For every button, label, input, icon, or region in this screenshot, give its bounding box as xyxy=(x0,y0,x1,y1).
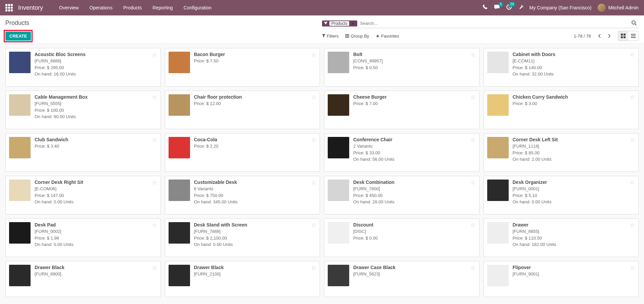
favorite-star-icon[interactable]: ☆ xyxy=(152,51,157,58)
product-body: Discount[DISC]Price: $ 0.00 xyxy=(353,222,476,253)
breadcrumb: Products xyxy=(5,19,29,27)
groupby-button[interactable]: Group By xyxy=(345,34,369,39)
product-card[interactable]: Corner Desk Left Sit[FURN_1118]Price: $ … xyxy=(484,133,639,172)
favorite-star-icon[interactable]: ☆ xyxy=(630,179,635,186)
company-selector[interactable]: My Company (San Francisco) xyxy=(530,5,592,10)
favorite-star-icon[interactable]: ☆ xyxy=(470,264,476,271)
favorites-button[interactable]: ★ Favorites xyxy=(376,34,399,39)
product-name: Desk Combination xyxy=(353,180,476,185)
product-image xyxy=(328,137,349,158)
product-card[interactable]: Discount[DISC]Price: $ 0.00 ☆ xyxy=(324,218,479,257)
favorite-star-icon[interactable]: ☆ xyxy=(470,51,476,58)
favorite-star-icon[interactable]: ☆ xyxy=(470,179,476,186)
favorite-star-icon[interactable]: ☆ xyxy=(630,136,635,144)
search-input[interactable] xyxy=(357,19,629,27)
favorite-star-icon[interactable]: ☆ xyxy=(152,179,157,186)
product-card[interactable]: Desk Pad[FURN_0002]Price: $ 1.98On hand:… xyxy=(5,218,161,257)
search-box[interactable]: Products ✕ xyxy=(322,19,639,28)
favorite-star-icon[interactable]: ☆ xyxy=(311,264,316,271)
search-facet-close-icon[interactable]: ✕ xyxy=(351,21,355,26)
product-card[interactable]: Chicken Curry SandwichPrice: $ 3.00 ☆ xyxy=(484,91,639,129)
user-menu[interactable]: Mitchell Admin xyxy=(598,4,639,12)
product-card[interactable]: Desk Stand with Screen[FURN_7888]Price: … xyxy=(165,218,320,257)
pager-counter[interactable]: 1-78 / 78 xyxy=(574,34,591,39)
product-card[interactable]: Desk Organizer[FURN_0001]Price: $ 5.10On… xyxy=(484,176,639,214)
product-card[interactable]: Customizable Desk6 VariantsPrice: $ 750.… xyxy=(165,176,320,214)
apps-icon[interactable] xyxy=(5,4,13,11)
favorite-star-icon[interactable]: ☆ xyxy=(311,51,316,58)
nav-overview[interactable]: Overview xyxy=(54,0,84,15)
favorite-star-icon[interactable]: ☆ xyxy=(630,94,635,101)
product-body: Conference Chair2 VariantsPrice: $ 33.00… xyxy=(353,137,476,168)
product-card[interactable]: Acoustic Bloc Screens[FURN_6666]Price: $… xyxy=(5,48,161,87)
product-body: Chair floor protectionPrice: $ 12.00 xyxy=(194,94,317,125)
product-card[interactable]: Chair floor protectionPrice: $ 12.00 ☆ xyxy=(165,91,320,129)
product-card[interactable]: Conference Chair2 VariantsPrice: $ 33.00… xyxy=(324,133,479,172)
product-body: Drawer Case Black[FURN_5623] xyxy=(353,265,476,293)
product-name: Drawer Black xyxy=(194,265,317,270)
messages-icon[interactable]: 5 xyxy=(494,4,500,11)
search-icon[interactable] xyxy=(629,20,639,27)
favorite-star-icon[interactable]: ☆ xyxy=(311,136,316,144)
favorite-star-icon[interactable]: ☆ xyxy=(311,94,316,101)
search-facet[interactable]: Products ✕ xyxy=(322,20,357,27)
list-view-icon[interactable] xyxy=(628,31,638,41)
product-card[interactable]: Cabinet with Doors[E-COM11]Price: $ 140.… xyxy=(484,48,639,87)
create-button[interactable]: Create xyxy=(5,32,31,41)
filters-button[interactable]: Filters xyxy=(322,34,338,39)
favorite-star-icon[interactable]: ☆ xyxy=(311,221,316,229)
product-body: Drawer[FURN_8855]Price: $ 110.50On hand:… xyxy=(513,222,635,253)
product-card[interactable]: Drawer Case Black[FURN_5623] ☆ xyxy=(324,261,479,297)
favorite-star-icon[interactable]: ☆ xyxy=(470,136,476,144)
product-card[interactable]: Bacon BurgerPrice: $ 7.50 ☆ xyxy=(165,48,320,87)
nav-right: 5 29 My Company (San Francisco) Mitchell… xyxy=(482,4,639,12)
product-card[interactable]: Drawer[FURN_8855]Price: $ 110.50On hand:… xyxy=(484,218,639,257)
product-body: Bolt[CONS_89957]Price: $ 0.50 xyxy=(353,52,476,83)
favorite-star-icon[interactable]: ☆ xyxy=(630,264,635,271)
favorite-star-icon[interactable]: ☆ xyxy=(470,221,476,229)
nav-products[interactable]: Products xyxy=(118,0,147,15)
product-image xyxy=(169,52,190,73)
activities-icon[interactable]: 29 xyxy=(506,4,512,11)
product-card[interactable]: Corner Desk Right Sit[E-COM06]Price: $ 1… xyxy=(5,176,161,214)
product-body: Cheese BurgerPrice: $ 7.00 xyxy=(353,94,476,125)
nav-configuration[interactable]: Configuration xyxy=(178,0,217,15)
favorite-star-icon[interactable]: ☆ xyxy=(311,179,316,186)
product-card[interactable]: Drawer Black[FURN_8900] ☆ xyxy=(5,261,161,297)
favorite-star-icon[interactable]: ☆ xyxy=(630,51,635,58)
product-price: Price: $ 140.00 xyxy=(513,64,635,71)
product-card[interactable]: Bolt[CONS_89957]Price: $ 0.50 ☆ xyxy=(324,48,479,87)
product-ref: [E-COM11] xyxy=(513,58,635,64)
product-image xyxy=(169,137,190,158)
product-card[interactable]: Flipover[FURN_9001] ☆ xyxy=(484,261,639,297)
product-name: Conference Chair xyxy=(353,137,476,142)
pager-prev-icon[interactable] xyxy=(595,31,604,41)
product-price: Price: $ 110.50 xyxy=(513,235,635,242)
favorite-star-icon[interactable]: ☆ xyxy=(470,94,476,101)
favorite-star-icon[interactable]: ☆ xyxy=(152,221,157,229)
nav-reporting[interactable]: Reporting xyxy=(147,0,178,15)
product-ref: [CONS_89957] xyxy=(353,58,476,64)
product-body: Desk Stand with Screen[FURN_7888]Price: … xyxy=(194,222,317,253)
product-ref: [FURN_1118] xyxy=(513,143,635,150)
svg-rect-4 xyxy=(621,34,623,36)
product-body: Cable Management Box[FURN_5555]Price: $ … xyxy=(35,94,157,125)
product-price: Price: $ 147.00 xyxy=(35,192,157,199)
favorite-star-icon[interactable]: ☆ xyxy=(630,221,635,229)
product-card[interactable]: Cheese BurgerPrice: $ 7.00 ☆ xyxy=(324,91,479,129)
nav-operations[interactable]: Operations xyxy=(84,0,118,15)
product-card[interactable]: Cable Management Box[FURN_5555]Price: $ … xyxy=(5,91,161,129)
settings-icon[interactable] xyxy=(518,4,523,11)
product-card[interactable]: Drawer Black[FURN_2100] ☆ xyxy=(165,261,320,297)
product-card[interactable]: Club SandwichPrice: $ 3.40 ☆ xyxy=(5,133,161,172)
favorite-star-icon[interactable]: ☆ xyxy=(152,264,157,271)
favorite-star-icon[interactable]: ☆ xyxy=(152,94,157,101)
product-card[interactable]: Coca-ColaPrice: $ 2.20 ☆ xyxy=(165,133,320,172)
product-card[interactable]: Desk Combination[FURN_7800]Price: $ 450.… xyxy=(324,176,479,214)
app-title[interactable]: Inventory xyxy=(18,4,43,11)
phone-icon[interactable] xyxy=(482,4,488,11)
product-ref: [FURN_5623] xyxy=(353,271,476,277)
favorite-star-icon[interactable]: ☆ xyxy=(152,136,157,144)
kanban-view-icon[interactable] xyxy=(618,31,628,41)
pager-next-icon[interactable] xyxy=(604,31,614,41)
